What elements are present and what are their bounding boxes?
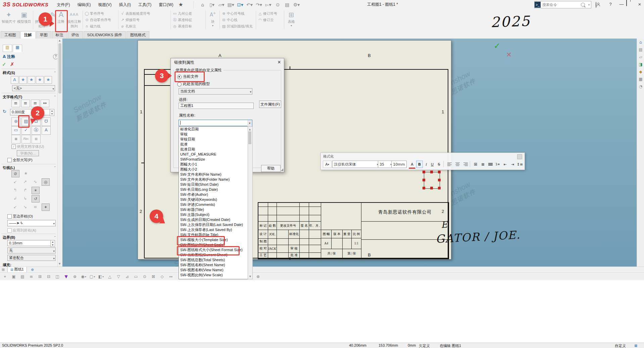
property-list-item[interactable]: SW-视图名称(View Name) [179, 268, 252, 273]
property-list-item[interactable]: SW-短日期(Short Date) [179, 182, 252, 187]
bottom-tool-icon[interactable]: ◫ [54, 273, 61, 280]
ribbon-small-button[interactable]: ⌀孔标注 [119, 23, 150, 30]
align-button[interactable]: ≡ [21, 100, 30, 107]
align-center-icon[interactable] [454, 161, 461, 168]
angle-spinner[interactable]: ▲▼ [50, 109, 54, 116]
property-list-item[interactable]: SW-上次保存的日期(Last Saved Date) [179, 222, 252, 227]
align-button[interactable]: ↔ [41, 100, 49, 107]
property-list-item[interactable]: SW-上次保存者(Last Saved By) [179, 227, 252, 232]
property-list-item[interactable]: UNIT_OF_MEASURE [179, 152, 252, 157]
bottom-tool-icon[interactable]: ⊟ [45, 273, 52, 280]
property-list-item[interactable]: SW-主题(Subject) [179, 212, 252, 217]
ribbon-small-button[interactable]: ▭几何公差 [172, 10, 192, 17]
font-family-select[interactable]: 汉仪长仿宋体▾ [332, 161, 380, 168]
help-icon[interactable]: ? [606, 0, 615, 9]
quick-access-button[interactable]: ⚙▾ [292, 1, 301, 8]
style-button[interactable]: ★ [19, 76, 27, 84]
cancel-button[interactable]: ✗ [10, 61, 14, 67]
menu-window[interactable]: 窗口(W) [155, 0, 177, 9]
file-properties-button[interactable]: 文件属性(F) [259, 101, 281, 108]
tab-addins[interactable]: SOLIDWORKS 插件 [84, 31, 126, 39]
bottom-tool-icon[interactable]: ↔ [167, 273, 175, 280]
model-found-radio-label[interactable]: 此处发现的模型 [183, 81, 210, 86]
bottom-tool-icon[interactable]: ▣ [10, 273, 17, 280]
ribbon-small-button[interactable]: △修订符号 [257, 10, 277, 17]
property-list-item[interactable]: SW-生成的日期(Created Date) [179, 217, 252, 222]
quick-access-button[interactable]: ▱▾ [217, 1, 226, 8]
bottom-tool-icon[interactable]: ⌖ [1, 273, 9, 280]
note-handle[interactable] [438, 187, 441, 189]
status-customize[interactable]: 自定义 [615, 343, 626, 348]
property-list-item[interactable]: SW-文件夹名称(Folder Name) [179, 177, 252, 182]
note-handle[interactable] [423, 179, 425, 181]
indent-icon[interactable]: ⇥ [509, 161, 516, 168]
leader-option[interactable]: ↺ [32, 195, 40, 202]
toolbar-handle[interactable] [517, 154, 522, 159]
bottom-tool-icon[interactable]: ⊠ [150, 273, 157, 280]
leader-option[interactable]: ≡ [32, 204, 39, 210]
bottom-tool-icon[interactable]: ≡ [28, 273, 35, 280]
bottom-tool-icon[interactable]: ▤ [19, 273, 26, 280]
insert-table-icon[interactable]: ⊞ [472, 161, 479, 168]
pin-icon[interactable]: ★ [177, 1, 185, 8]
minimize-button[interactable]: — [617, 0, 626, 9]
note-handle[interactable] [430, 171, 433, 173]
text-tool-button[interactable]: ▦ [11, 135, 20, 143]
leader-option[interactable]: ↲ [11, 195, 19, 202]
style-button[interactable]: ★ [44, 76, 52, 84]
text-format-section-label[interactable]: 文字格式(T) [3, 95, 22, 100]
text-tool-button[interactable]: ▧ [32, 135, 41, 143]
view-palette-icon[interactable]: ◨ [637, 61, 644, 68]
text-height-input[interactable]: 10mm [391, 161, 407, 168]
menu-tools[interactable]: 工具(T) [135, 0, 155, 9]
to-bounding-box-checkbox[interactable] [7, 214, 12, 219]
leader-option[interactable]: ✶ [32, 187, 40, 194]
font-color-button[interactable]: A [409, 161, 415, 169]
border-size-input[interactable]: 0.18mm [7, 240, 53, 246]
quick-access-button[interactable]: ⌂ [198, 1, 207, 8]
property-list-item[interactable]: SW-作者(Author) [179, 192, 252, 197]
text-tool-button[interactable]: Abc [21, 135, 31, 143]
tab-drawing[interactable]: 工程图 [1, 31, 20, 39]
quick-access-button[interactable]: ▤ [283, 1, 292, 8]
text-tool-button[interactable]: Ʊ [42, 117, 51, 126]
font-style-icon[interactable]: A▾ [323, 161, 332, 168]
dialog-close-icon[interactable]: ✕ [277, 60, 282, 65]
selection-value-box[interactable]: 工程图1 [179, 103, 254, 109]
close-button[interactable]: × [635, 0, 644, 9]
restore-button[interactable] [626, 0, 636, 9]
apply-to-all-checkbox[interactable] [7, 228, 12, 233]
style-button[interactable]: A [11, 76, 18, 84]
property-list-item[interactable]: SW-图纸名称(Sheet Name) [179, 263, 252, 268]
property-list-item[interactable]: SW-图纸总数(Total Sheets) [179, 257, 252, 263]
clear-format-icon[interactable]: ⊠ [479, 161, 487, 168]
property-list-item[interactable]: SW-文件名称(File Name) [179, 172, 252, 177]
border-section-label[interactable]: 边界(B) [3, 235, 15, 240]
appearances-icon[interactable]: ◆ [637, 68, 644, 75]
border-fit-select[interactable]: 紧密配合▾ [7, 255, 56, 261]
ok-button[interactable]: ✓ [2, 61, 6, 67]
confirm-ok-icon[interactable]: ✓ [494, 41, 500, 51]
property-list-item[interactable]: SW-标题(Title) [179, 207, 252, 212]
note-handle[interactable] [438, 171, 441, 173]
use-doc-font-checkbox[interactable]: ✓ [11, 144, 16, 149]
leader-option[interactable]: ↙ [11, 204, 19, 210]
block-button[interactable]: A°块▾ [207, 10, 219, 30]
status-grid-icon[interactable]: ▦ [634, 344, 637, 347]
note-handle[interactable] [438, 179, 441, 181]
ribbon-small-button[interactable]: ◎基准目标 [172, 23, 192, 30]
strikethrough-button[interactable]: S [436, 161, 442, 168]
search-command-box[interactable]: >_ 搜索命令 ▾ [534, 1, 591, 8]
model-found-radio[interactable] [177, 82, 182, 86]
tab-evaluate[interactable]: 评估 [68, 31, 83, 39]
bottom-tool-icon[interactable]: ▼ [62, 273, 70, 280]
bottom-tool-icon[interactable]: ◇ [158, 273, 166, 280]
quick-access-button[interactable]: ⊙ [274, 1, 282, 8]
border-size-spinner[interactable]: ▲▼ [50, 240, 55, 247]
tab-annotation[interactable]: 注解 [20, 31, 36, 39]
ribbon-small-button[interactable]: √表面粗糙度符号 [119, 10, 150, 17]
property-list-item[interactable]: SW-评述(Comments) [179, 202, 252, 207]
search-icon[interactable] [581, 3, 585, 7]
all-caps-checkbox[interactable] [7, 158, 12, 162]
sheet-tab-active[interactable]: ▤图纸1 [7, 267, 27, 273]
